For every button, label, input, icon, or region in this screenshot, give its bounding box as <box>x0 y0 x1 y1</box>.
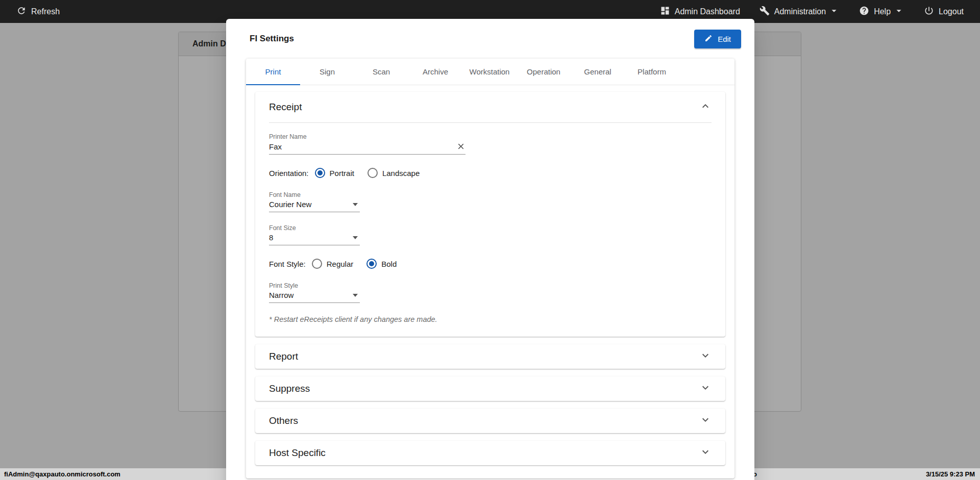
font-size-value: 8 <box>269 233 273 242</box>
chevron-down-icon <box>699 349 712 364</box>
radio-selected-icon <box>366 259 377 269</box>
radio-selected-icon <box>315 168 325 178</box>
orientation-landscape-label: Landscape <box>382 169 420 178</box>
font-name-field: Font Name Courier New <box>269 191 712 212</box>
edit-button[interactable]: Edit <box>694 30 741 48</box>
chevron-down-icon <box>699 382 712 396</box>
chevron-down-icon <box>699 414 712 428</box>
tab-general[interactable]: General <box>571 59 625 85</box>
printer-name-field: Printer Name Fax <box>269 133 712 155</box>
pencil-icon <box>704 34 713 44</box>
font-style-group: Font Style: Regular Bold <box>269 259 712 269</box>
suppress-accordion: Suppress <box>255 376 725 401</box>
edit-button-label: Edit <box>718 35 731 43</box>
status-user: fiAdmin@qaxpauto.onmicrosoft.com <box>4 470 120 478</box>
font-size-label: Font Size <box>269 224 712 232</box>
tab-sign[interactable]: Sign <box>300 59 354 85</box>
font-name-value: Courier New <box>269 200 311 209</box>
power-icon <box>924 6 934 18</box>
refresh-icon <box>16 6 27 18</box>
dialog-header: FI Settings Edit <box>226 19 754 59</box>
status-datetime: 3/15/25 9:23 PM <box>926 470 975 478</box>
help-menu[interactable]: Help <box>859 5 904 18</box>
orientation-landscape-radio[interactable]: Landscape <box>368 168 420 178</box>
refresh-button[interactable]: Refresh <box>16 6 60 18</box>
receipt-accordion: Receipt Printer Name Fax Orientation: <box>255 92 725 337</box>
radio-unselected-icon <box>312 259 322 269</box>
font-name-select[interactable]: Courier New <box>269 200 360 212</box>
orientation-label: Orientation: <box>269 169 309 178</box>
chevron-up-icon <box>699 100 712 115</box>
others-section-title: Others <box>269 415 298 426</box>
orientation-portrait-label: Portrait <box>330 169 354 178</box>
wrench-icon <box>760 6 770 18</box>
printer-name-label: Printer Name <box>269 133 712 140</box>
help-label: Help <box>874 7 891 16</box>
receipt-section-content: Printer Name Fax Orientation: Portrait L… <box>255 123 725 337</box>
font-style-regular-label: Regular <box>327 260 354 268</box>
font-style-regular-radio[interactable]: Regular <box>312 259 354 269</box>
dialog-title: FI Settings <box>250 34 294 44</box>
printer-name-value: Fax <box>269 142 282 151</box>
font-size-field: Font Size 8 <box>269 224 712 245</box>
fi-settings-dialog: FI Settings Edit Print Sign Scan Archive… <box>226 19 754 480</box>
orientation-portrait-radio[interactable]: Portrait <box>315 168 354 178</box>
suppress-accordion-header[interactable]: Suppress <box>255 376 725 401</box>
admin-dashboard-label: Admin Dashboard <box>675 7 740 16</box>
dropdown-caret-icon <box>353 203 358 206</box>
clear-icon[interactable] <box>456 142 465 151</box>
others-accordion: Others <box>255 409 725 433</box>
tab-archive[interactable]: Archive <box>408 59 462 85</box>
tab-platform[interactable]: Platform <box>625 59 679 85</box>
print-style-value: Narrow <box>269 291 293 299</box>
print-style-select[interactable]: Narrow <box>269 291 360 303</box>
tab-scan[interactable]: Scan <box>354 59 408 85</box>
receipt-accordion-header[interactable]: Receipt <box>255 92 725 122</box>
receipt-section-title: Receipt <box>269 102 302 113</box>
chevron-down-icon <box>830 5 840 18</box>
dropdown-caret-icon <box>353 236 358 239</box>
report-accordion: Report <box>255 344 725 369</box>
printer-name-input[interactable]: Fax <box>269 142 465 155</box>
host-specific-accordion: Host Specific <box>255 441 725 465</box>
dashboard-grid-icon <box>660 6 670 18</box>
tab-workstation[interactable]: Workstation <box>462 59 517 85</box>
font-name-label: Font Name <box>269 191 712 198</box>
font-style-label: Font Style: <box>269 260 306 268</box>
report-accordion-header[interactable]: Report <box>255 344 725 369</box>
logout-button[interactable]: Logout <box>924 6 964 18</box>
report-section-title: Report <box>269 351 298 362</box>
host-specific-accordion-header[interactable]: Host Specific <box>255 441 725 465</box>
font-style-bold-label: Bold <box>381 260 397 268</box>
restart-note: * Restart eReceipts client if any change… <box>269 315 712 323</box>
others-accordion-header[interactable]: Others <box>255 409 725 433</box>
settings-panel: Print Sign Scan Archive Workstation Oper… <box>246 59 734 478</box>
help-icon <box>859 6 869 18</box>
tab-print[interactable]: Print <box>246 59 300 85</box>
refresh-label: Refresh <box>31 7 60 16</box>
admin-dashboard-nav[interactable]: Admin Dashboard <box>660 6 740 18</box>
chevron-down-icon <box>895 5 904 18</box>
administration-menu[interactable]: Administration <box>760 5 840 18</box>
logout-label: Logout <box>939 7 964 16</box>
tab-operation[interactable]: Operation <box>517 59 571 85</box>
chevron-down-icon <box>699 446 712 461</box>
print-style-label: Print Style <box>269 282 712 289</box>
radio-unselected-icon <box>368 168 378 178</box>
settings-tabs: Print Sign Scan Archive Workstation Oper… <box>246 59 734 85</box>
print-style-field: Print Style Narrow <box>269 282 712 303</box>
font-style-bold-radio[interactable]: Bold <box>366 259 397 269</box>
administration-label: Administration <box>774 7 826 16</box>
host-specific-section-title: Host Specific <box>269 447 326 459</box>
dropdown-caret-icon <box>353 294 358 297</box>
suppress-section-title: Suppress <box>269 383 310 394</box>
font-size-select[interactable]: 8 <box>269 233 360 245</box>
orientation-group: Orientation: Portrait Landscape <box>269 168 712 178</box>
